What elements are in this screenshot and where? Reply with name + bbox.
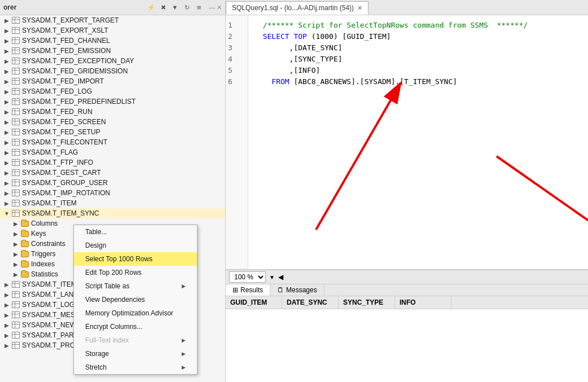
context-menu-item[interactable]: Storage	[74, 347, 197, 361]
line-number: 6	[228, 76, 245, 87]
tree-item[interactable]: ▶SYSADM.T_EXPORT_XSLT	[0, 25, 225, 36]
tree-item[interactable]: ▶SYSADM.T_FED_SETUP	[0, 127, 225, 137]
line-number: 2	[228, 31, 245, 42]
context-menu: Table...DesignSelect Top 1000 RowsEdit T…	[73, 225, 198, 375]
object-explorer-panel: orer ⚡ ✖ ▼ ↻ ≋ — ✕ ▶SYSADM.T_EXPORT_TARG…	[0, 0, 226, 382]
editor-area[interactable]: 123456 /****** Script for SelectTopNRows…	[226, 15, 588, 269]
results-tab[interactable]: ⊞ Results	[226, 284, 270, 296]
code-line: ,[INFO]	[254, 65, 582, 76]
folder-icon	[20, 270, 29, 278]
tree-item[interactable]: ▼SYSADM.T_ITEM_SYNC	[0, 208, 225, 218]
context-menu-item[interactable]: Encrypt Columns...	[74, 320, 197, 333]
editor-tab[interactable]: SQLQuery1.sql - (lo...A-AD\j.martin (54)…	[226, 1, 368, 15]
tree-expander-icon: ▶	[2, 139, 11, 146]
table-icon	[11, 77, 20, 85]
code-line: ,[SYNC_TYPE]	[254, 54, 582, 65]
tree-item[interactable]: ▶SYSADM.T_FED_PREDEFINEDLIST	[0, 96, 225, 107]
tree-expander-icon: ▶	[2, 282, 11, 288]
tree-item[interactable]: ▶SYSADM.T_FED_IMPORT	[0, 76, 225, 86]
tree-item[interactable]: ▶SYSADM.T_FED_EMISSION	[0, 46, 225, 56]
folder-expander-icon: ▶	[11, 231, 20, 237]
tree-item-label: SYSADM.T_GROUP_USER	[22, 179, 108, 187]
table-icon	[11, 280, 20, 288]
scroll-left-button[interactable]: ◀	[278, 273, 283, 281]
folder-icon	[20, 250, 29, 258]
tree-item[interactable]: ▶SYSADM.T_FILECONTENT	[0, 137, 225, 147]
code-content[interactable]: /****** Script for SelectTopNRows comman…	[248, 15, 588, 269]
context-menu-item[interactable]: Design	[74, 239, 197, 252]
menu-item-label: Storage	[85, 350, 109, 358]
table-icon	[11, 189, 20, 197]
tree-item[interactable]: ▶SYSADM.T_FED_SCREEN	[0, 117, 225, 127]
tree-item[interactable]: ▶SYSADM.T_FED_GRIDEMISSION	[0, 66, 225, 76]
line-number: 3	[228, 42, 245, 54]
tree-item-label: SYSADM.T_FED_GRIDEMISSION	[22, 67, 128, 75]
tab-close-button[interactable]: ✕	[357, 5, 362, 12]
panel-close[interactable]: ✕	[217, 4, 222, 11]
context-menu-item: Full-Text index	[74, 333, 197, 347]
context-menu-item[interactable]: View Dependencies	[74, 293, 197, 306]
tree-item[interactable]: ▶SYSADM.T_FED_LOG	[0, 86, 225, 96]
tree-expander-icon: ▶	[2, 170, 11, 176]
tree-item[interactable]: ▶SYSADM.T_FED_CHANNEL	[0, 36, 225, 46]
tree-expander-icon: ▶	[2, 17, 11, 24]
folder-icon	[20, 240, 29, 248]
tree-item-label: SYSADM.T_EXPORT_XSLT	[22, 27, 108, 34]
panel-pin[interactable]: —	[209, 4, 215, 11]
result-grid: GUID_ITEMDATE_SYNCSYNC_TYPEINFO	[226, 296, 588, 382]
menu-item-label: Select Top 1000 Rows	[85, 255, 152, 263]
tree-item-label: SYSADM.T_FED_RUN	[22, 108, 93, 116]
folder-label: Triggers	[31, 250, 56, 258]
context-menu-item[interactable]: Script Table as	[74, 279, 197, 293]
bottom-toolbar: 100 % ▼ ◀	[226, 270, 588, 284]
table-icon	[11, 138, 20, 146]
tree-item[interactable]: ▶SYSADM.T_FTP_INFO	[0, 157, 225, 168]
tree-item-label: SYSADM.T_LOG	[22, 301, 74, 309]
line-number: 1	[228, 20, 245, 31]
tree-item[interactable]: ▶SYSADM.T_GROUP_USER	[0, 178, 225, 188]
context-menu-item[interactable]: Stretch	[74, 361, 197, 374]
tree-expander-icon: ▶	[2, 180, 11, 186]
folder-label: Keys	[31, 230, 46, 238]
context-menu-item[interactable]: Table...	[74, 225, 197, 239]
table-icon	[11, 169, 20, 177]
table-icon	[11, 118, 20, 126]
tree-item[interactable]: ▶SYSADM.T_GEST_CART	[0, 168, 225, 178]
tree-item-label: SYSADM.T_FLAG	[22, 148, 78, 156]
context-menu-item[interactable]: Select Top 1000 Rows	[74, 252, 197, 266]
zoom-select[interactable]: 100 %	[229, 271, 266, 283]
right-panel: SQLQuery1.sql - (lo...A-AD\j.martin (54)…	[226, 0, 588, 382]
grid-header-cell: DATE_SYNC	[282, 296, 339, 309]
tree-expander-icon: ▶	[2, 302, 11, 308]
tree-item[interactable]: ▶SYSADM.T_FED_EXCEPTION_DAY	[0, 56, 225, 66]
tree-item-label: SYSADM.T_IMP_ROTATION	[22, 189, 110, 197]
context-menu-item[interactable]: Memory Optimization Advisor	[74, 306, 197, 320]
folder-expander-icon: ▶	[11, 271, 20, 278]
tree-item-label: SYSADM.T_FTP_INFO	[22, 159, 93, 166]
refresh-button[interactable]: ↻	[182, 2, 192, 12]
tree-expander-icon: ▶	[2, 119, 11, 125]
table-icon	[11, 27, 20, 34]
tree-item[interactable]: ▶SYSADM.T_IMP_ROTATION	[0, 188, 225, 198]
folder-icon	[20, 230, 29, 238]
table-icon	[11, 87, 20, 95]
zoom-dropdown-icon[interactable]: ▼	[269, 274, 275, 280]
filter-button[interactable]: ▼	[170, 2, 180, 12]
tree-item[interactable]: ▶SYSADM.T_FLAG	[0, 147, 225, 157]
connect-button[interactable]: ⚡	[146, 2, 156, 12]
table-icon	[11, 301, 20, 309]
table-icon	[11, 37, 20, 45]
tree-item[interactable]: ▶SYSADM.T_EXPORT_TARGET	[0, 15, 225, 25]
tree-item[interactable]: ▶SYSADM.T_FED_RUN	[0, 107, 225, 117]
panel-header: orer ⚡ ✖ ▼ ↻ ≋ — ✕	[0, 0, 225, 15]
disconnect-button[interactable]: ✖	[158, 2, 168, 12]
summary-button[interactable]: ≋	[194, 2, 204, 12]
tree-item[interactable]: ▶SYSADM.T_ITEM	[0, 198, 225, 208]
messages-tab[interactable]: 🗒 Messages	[270, 284, 324, 296]
folder-label: Indexes	[31, 260, 55, 268]
table-icon	[11, 331, 20, 339]
line-number: 5	[228, 65, 245, 76]
table-icon	[11, 291, 20, 298]
context-menu-item[interactable]: Edit Top 200 Rows	[74, 266, 197, 279]
tree-expander-icon: ▶	[2, 58, 11, 64]
